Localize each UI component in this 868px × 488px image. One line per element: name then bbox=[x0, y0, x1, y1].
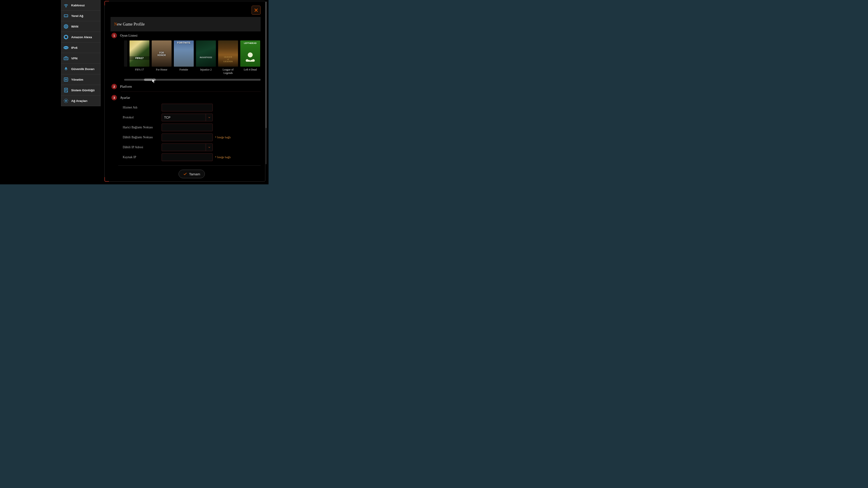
vpn-icon: VPN bbox=[63, 55, 69, 61]
svg-text:IPv6: IPv6 bbox=[64, 47, 68, 48]
sidebar-item-label: Yerel Ağ bbox=[71, 14, 84, 18]
protocol-select[interactable]: TCP bbox=[162, 113, 213, 121]
optional-hint: * İsteğe bağlı bbox=[215, 156, 231, 159]
optional-hint: * İsteğe bağlı bbox=[215, 135, 231, 139]
protocol-label: Protokol bbox=[123, 116, 162, 119]
sidebar-item-label: Kablosuz bbox=[71, 4, 85, 7]
game-card-fortnite[interactable]: Fortnite bbox=[174, 40, 194, 75]
svg-text:VPN: VPN bbox=[65, 58, 67, 59]
sidebar-item-lan[interactable]: Yerel Ağ bbox=[61, 11, 100, 21]
protocol-value: TCP bbox=[164, 116, 170, 119]
sidebar-item-label: IPv6 bbox=[71, 46, 78, 50]
int-port-label: Dâhili Bağlantı Noktası bbox=[123, 135, 162, 139]
ipv6-icon: IPv6 bbox=[63, 45, 69, 51]
ext-port-input[interactable] bbox=[162, 124, 213, 131]
sidebar-item-label: Ağ Araçları bbox=[71, 99, 88, 103]
chevron-down-icon bbox=[206, 114, 213, 121]
sidebar-item-label: WAN bbox=[71, 25, 79, 28]
sidebar-item-label: Yönetim bbox=[71, 78, 83, 81]
modal-title: New Game Profile bbox=[111, 17, 260, 31]
step-badge: 1 bbox=[112, 33, 117, 38]
game-art bbox=[196, 40, 216, 67]
sidebar-item-label: Amazon Alexa bbox=[71, 35, 92, 39]
svg-point-0 bbox=[66, 6, 66, 7]
chevron-down-icon bbox=[206, 144, 213, 151]
step-3-header: 3 Ayarlar bbox=[112, 95, 260, 100]
sidebar-item-admin[interactable]: Yönetim bbox=[61, 74, 100, 85]
game-name: Fortnite bbox=[174, 68, 194, 71]
ok-button[interactable]: Tamam bbox=[179, 170, 205, 178]
new-game-profile-modal: New Game Profile 1 Oyun Listesi FIFA 17 … bbox=[104, 1, 266, 182]
int-ip-select[interactable] bbox=[162, 143, 213, 151]
src-ip-input[interactable] bbox=[162, 153, 213, 161]
sidebar-item-vpn[interactable]: VPN VPN bbox=[61, 53, 100, 64]
step-badge: 2 bbox=[112, 84, 117, 89]
svg-rect-10 bbox=[64, 78, 68, 81]
game-art bbox=[174, 40, 194, 67]
modal-scrollbar[interactable] bbox=[266, 2, 267, 164]
game-art bbox=[240, 40, 260, 67]
sidebar-item-wan[interactable]: WAN bbox=[61, 21, 100, 32]
sidebar-item-alexa[interactable]: Amazon Alexa bbox=[61, 32, 100, 42]
sidebar-item-firewall[interactable]: Güvenlik Duvarı bbox=[61, 64, 100, 74]
close-button[interactable] bbox=[252, 6, 260, 15]
game-card-forhonor[interactable]: For Honor bbox=[152, 40, 172, 75]
ext-port-label: Harici Bağlantı Noktası bbox=[123, 126, 162, 129]
carousel-scrollbar[interactable] bbox=[124, 79, 260, 80]
firewall-icon bbox=[63, 66, 69, 72]
close-icon bbox=[254, 8, 258, 13]
check-icon bbox=[183, 172, 187, 176]
step-label: Ayarlar bbox=[120, 96, 130, 100]
sidebar-item-label: VPN bbox=[71, 57, 78, 60]
svg-point-13 bbox=[65, 100, 67, 101]
game-card-l4d[interactable]: Left 4 Dead bbox=[240, 40, 260, 75]
game-card-fifa17[interactable]: FIFA 17 bbox=[129, 40, 149, 75]
sidebar-item-label: Sistem Günlüğü bbox=[71, 89, 95, 92]
game-name: For Honor bbox=[152, 68, 172, 71]
game-art bbox=[129, 40, 149, 67]
game-name: FIFA 17 bbox=[129, 68, 149, 71]
step-badge: 3 bbox=[112, 95, 117, 100]
service-name-input[interactable] bbox=[162, 104, 213, 111]
service-name-label: Hizmet Adı bbox=[123, 106, 162, 109]
src-ip-label: Kaynak IP bbox=[123, 156, 162, 159]
sidebar-item-syslog[interactable]: Sistem Günlüğü bbox=[61, 85, 100, 96]
game-carousel: FIFA 17 For Honor Fortnite Injustice 2 L… bbox=[124, 40, 260, 75]
admin-icon bbox=[63, 76, 69, 83]
sidebar: Kablosuz Yerel Ağ WAN Amazon Alexa IPv6 … bbox=[61, 0, 101, 106]
alexa-icon bbox=[63, 34, 69, 40]
sidebar-item-nettools[interactable]: Ağ Araçları bbox=[61, 96, 100, 106]
step-2-header: 2 Platform bbox=[112, 84, 260, 89]
game-name: Injustice 2 bbox=[196, 68, 216, 71]
game-card-injustice2[interactable]: Injustice 2 bbox=[196, 40, 216, 75]
int-ip-label: Dâhili IP Adresi bbox=[123, 145, 162, 149]
step-label: Oyun Listesi bbox=[120, 34, 137, 37]
svg-rect-1 bbox=[64, 15, 68, 17]
globe-icon bbox=[63, 24, 69, 29]
game-art bbox=[218, 40, 238, 67]
step-label: Platform bbox=[120, 85, 132, 89]
sidebar-item-wireless[interactable]: Kablosuz bbox=[61, 0, 100, 11]
carousel-scroll-thumb[interactable] bbox=[144, 78, 156, 81]
wifi-icon bbox=[63, 2, 69, 8]
game-card-prev-sliver[interactable] bbox=[124, 40, 127, 75]
sidebar-item-label: Güvenlik Duvarı bbox=[71, 67, 94, 71]
gear-icon bbox=[63, 98, 69, 104]
game-art bbox=[152, 40, 172, 67]
sidebar-item-ipv6[interactable]: IPv6 IPv6 bbox=[61, 42, 100, 53]
ok-label: Tamam bbox=[189, 172, 200, 176]
lan-icon bbox=[63, 13, 69, 19]
step-1-header: 1 Oyun Listesi bbox=[112, 33, 260, 38]
settings-form: Hizmet Adı Protokol TCP Harici Bağlantı … bbox=[123, 103, 260, 178]
log-icon bbox=[63, 87, 69, 93]
game-card-lol[interactable]: League of Legends bbox=[218, 40, 238, 75]
game-name: League of Legends bbox=[218, 68, 238, 75]
svg-point-11 bbox=[65, 79, 67, 80]
game-name: Left 4 Dead bbox=[240, 68, 260, 71]
int-port-input[interactable] bbox=[162, 133, 213, 141]
